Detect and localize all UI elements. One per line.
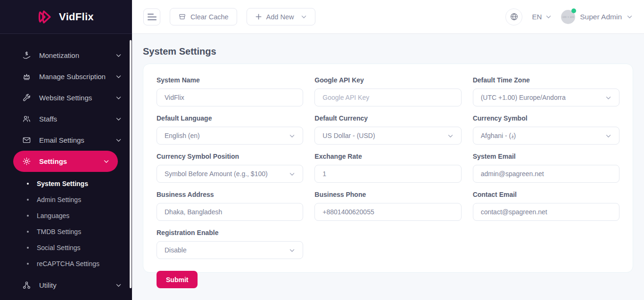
currency-symbol-position-select[interactable]: Symbol Before Amount (e.g., $100): [157, 165, 303, 183]
sidebar-scrollbar[interactable]: [130, 40, 132, 288]
chevron-down-icon: [289, 247, 295, 253]
sidebar-item-monetization[interactable]: Monetization: [0, 45, 132, 66]
field-label: Registration Enable: [157, 229, 303, 236]
sidebar-subitem-recaptcha-settings[interactable]: reCAPTCHA Settings: [0, 256, 132, 272]
sidebar-item-settings[interactable]: Settings: [13, 151, 118, 172]
chevron-down-icon: [116, 73, 122, 80]
field-label: Currency Symbol Position: [157, 153, 303, 160]
field-contact-email: Contact Email: [473, 191, 619, 221]
default-currency-select[interactable]: US Dollar - (USD): [314, 127, 461, 145]
chevron-down-icon: [116, 137, 122, 143]
crown-icon: [22, 72, 31, 81]
sidebar-item-label: Website Settings: [39, 94, 92, 102]
hand-dollar-icon: [22, 51, 31, 60]
gear-icon: [22, 157, 31, 166]
field-google-api-key: Google API Key: [314, 76, 461, 106]
avatar: 100 × 100: [561, 10, 575, 24]
field-label: Google API Key: [314, 76, 461, 84]
sidebar-subitem-label: System Settings: [37, 180, 88, 187]
brand-logo-icon[interactable]: [38, 10, 54, 24]
sidebar-subitem-admin-settings[interactable]: Admin Settings: [0, 192, 132, 208]
default-language-select[interactable]: English (en): [157, 127, 303, 145]
topbar-right-cluster: EN 100 × 100 Super Admin: [505, 8, 633, 25]
sidebar-subitem-system-settings[interactable]: System Settings: [0, 176, 132, 192]
main-content: System Settings System Name Google API K…: [132, 34, 644, 273]
sidebar-subitem-social-settings[interactable]: Social Settings: [0, 240, 132, 256]
system-email-input[interactable]: [473, 165, 619, 183]
sidebar-item-staffs[interactable]: Staffs: [0, 108, 132, 130]
submit-button[interactable]: Submit: [157, 271, 198, 288]
field-business-phone: Business Phone: [314, 191, 461, 221]
clear-cache-button[interactable]: Clear Cache: [170, 8, 237, 25]
chevron-down-icon: [545, 14, 552, 20]
selected-value: (UTC +1.00) Europe/Andorra: [481, 94, 566, 101]
language-selector[interactable]: EN: [532, 13, 552, 21]
sidebar-nav: Monetization Manage Subscription: [0, 34, 132, 296]
plus-icon: [255, 13, 262, 20]
field-label: Business Address: [157, 191, 303, 198]
exchange-rate-input[interactable]: [314, 165, 461, 183]
field-label: Exchange Rate: [314, 153, 461, 160]
business-phone-input[interactable]: [314, 203, 461, 221]
default-time-zone-select[interactable]: (UTC +1.00) Europe/Andorra: [473, 89, 619, 106]
chevron-down-icon: [627, 14, 633, 20]
cache-icon: [178, 13, 186, 21]
chevron-down-icon: [116, 282, 122, 288]
sidebar-item-label: Staffs: [39, 115, 57, 123]
field-system-name: System Name: [157, 76, 303, 106]
online-status-dot: [571, 8, 576, 13]
field-default-currency: Default Currency US Dollar - (USD): [314, 114, 461, 145]
share-nodes-icon: [22, 281, 31, 290]
registration-enable-select[interactable]: Disable: [157, 241, 303, 259]
profile-menu[interactable]: 100 × 100 Super Admin: [561, 10, 633, 24]
sidebar-item-manage-subscription[interactable]: Manage Subscription: [0, 66, 132, 87]
sidebar-header: VidFlix: [0, 0, 132, 34]
sidebar-subitem-label: reCAPTCHA Settings: [37, 260, 99, 268]
sidebar-subitem-languages[interactable]: Languages: [0, 208, 132, 224]
business-address-input[interactable]: [157, 203, 303, 221]
settings-form: System Name Google API Key Default Time …: [157, 76, 619, 267]
selected-value: Symbol Before Amount (e.g., $100): [165, 170, 268, 178]
field-registration-enable: Registration Enable Disable: [157, 229, 303, 259]
sidebar-item-website-settings[interactable]: Website Settings: [0, 87, 132, 108]
field-business-address: Business Address: [157, 191, 303, 221]
brand-name[interactable]: VidFlix: [59, 11, 94, 23]
system-name-input[interactable]: [157, 89, 303, 106]
users-icon: [22, 114, 31, 123]
globe-language-button[interactable]: [505, 8, 522, 25]
field-label: System Email: [473, 153, 619, 160]
chevron-down-icon: [116, 95, 122, 101]
contact-email-input[interactable]: [473, 203, 619, 221]
selected-value: US Dollar - (USD): [322, 132, 375, 139]
selected-value: English (en): [165, 132, 200, 139]
sidebar-item-label: Manage Subscription: [39, 73, 106, 81]
chevron-down-icon: [103, 158, 109, 164]
wrench-icon: [22, 93, 31, 102]
bullet-icon: [27, 263, 29, 265]
topbar: Clear Cache Add New EN 100 × 100: [132, 0, 644, 34]
add-new-button[interactable]: Add New: [247, 8, 316, 25]
sidebar-toggle-button[interactable]: [143, 8, 160, 25]
sidebar-subitem-tmdb-settings[interactable]: TMDB Settings: [0, 224, 132, 240]
currency-symbol-select[interactable]: Afghani - (؋): [473, 127, 619, 145]
google-api-key-input[interactable]: [314, 89, 461, 106]
sidebar-subitem-label: Admin Settings: [37, 196, 81, 203]
field-exchange-rate: Exchange Rate: [314, 153, 461, 183]
chevron-down-icon: [289, 133, 295, 139]
field-label: Default Currency: [314, 114, 461, 122]
bullet-icon: [27, 183, 29, 185]
field-currency-symbol-position: Currency Symbol Position Symbol Before A…: [157, 153, 303, 183]
sidebar: VidFlix Monetization M: [0, 0, 132, 300]
sidebar-item-label: Email Settings: [39, 136, 84, 144]
language-code: EN: [532, 13, 542, 21]
settings-submenu: System Settings Admin Settings Languages…: [0, 172, 132, 275]
envelope-icon: [22, 136, 31, 145]
field-default-time-zone: Default Time Zone (UTC +1.00) Europe/And…: [473, 76, 619, 106]
field-label: System Name: [157, 76, 303, 84]
sidebar-item-utility[interactable]: Utility: [0, 275, 132, 296]
field-currency-symbol: Currency Symbol Afghani - (؋): [473, 114, 619, 145]
sidebar-item-email-settings[interactable]: Email Settings: [0, 130, 132, 151]
chevron-down-icon: [116, 52, 122, 58]
field-label: Business Phone: [314, 191, 461, 198]
sidebar-item-label: Settings: [39, 157, 67, 165]
